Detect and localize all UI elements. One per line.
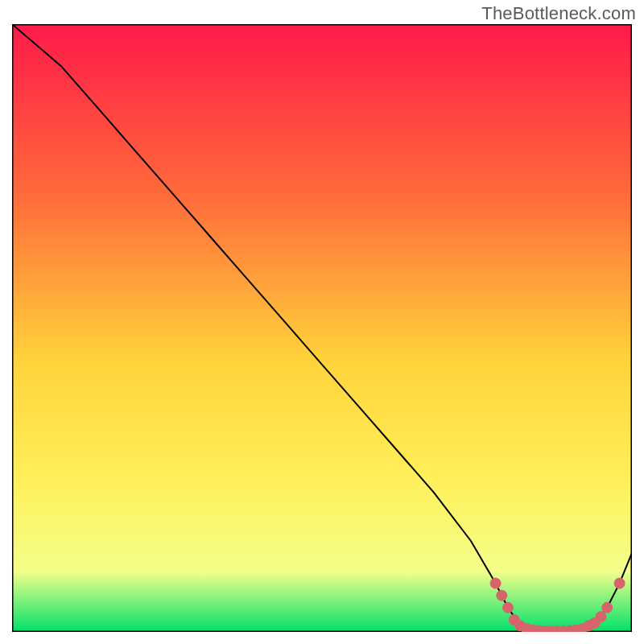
- watermark-text: TheBottleneck.com: [481, 3, 636, 24]
- chart-svg: [12, 24, 632, 632]
- marker-dot: [503, 602, 514, 613]
- marker-dot: [497, 590, 507, 601]
- marker-dot: [596, 612, 606, 622]
- marker-dot: [614, 578, 625, 588]
- plot-area: [12, 24, 632, 632]
- chart-frame: TheBottleneck.com: [0, 0, 644, 644]
- marker-dot: [602, 602, 613, 613]
- marker-dot: [490, 578, 501, 588]
